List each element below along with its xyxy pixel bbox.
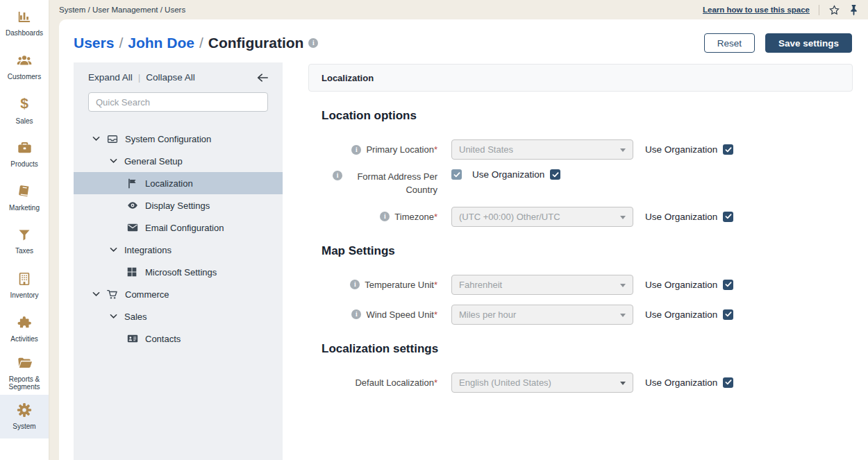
tree-item-email-configuration[interactable]: Email Configuration [74, 216, 283, 239]
chevron-down-icon[interactable] [92, 136, 102, 142]
tree-item-sales[interactable]: Sales [74, 305, 283, 327]
collapse-panel-arrow-icon[interactable] [257, 73, 268, 83]
use-organization-label: Use Organization [645, 212, 717, 222]
default-localization-select[interactable]: English (United States) [451, 373, 633, 393]
wind-speed-unit-select[interactable]: Miles per hour [451, 305, 633, 325]
use-organization-label: Use Organization [645, 280, 717, 290]
select-value: English (United States) [459, 377, 551, 388]
sidebar-item-system[interactable]: System [0, 395, 49, 438]
chevron-down-icon[interactable] [92, 291, 102, 297]
temperature-unit-select[interactable]: Fahrenheit [451, 275, 633, 295]
use-organization-checkbox[interactable] [723, 377, 733, 388]
field-label: Default Localization* [355, 377, 437, 388]
sidebar-item-marketing[interactable]: Marketing [0, 176, 49, 220]
timezone-select[interactable]: (UTC +00:00) Other/UTC [451, 207, 633, 227]
info-icon[interactable]: i [350, 280, 360, 289]
use-organization-checkbox[interactable] [723, 309, 733, 320]
funnel-icon [17, 228, 31, 245]
puzzle-icon [17, 315, 32, 333]
config-tree-panel: Expand All | Collapse All System Configu… [74, 62, 283, 460]
app-sidebar: Dashboards Customers $ Sales Products Ma… [0, 0, 49, 460]
learn-space-link[interactable]: Learn how to use this space [703, 6, 810, 14]
folder-icon [17, 355, 33, 373]
sidebar-item-dashboards[interactable]: Dashboards [0, 1, 49, 45]
quick-search-input[interactable] [88, 92, 268, 112]
tree-item-integrations[interactable]: Integrations [74, 239, 283, 261]
required-asterisk: * [434, 309, 437, 320]
building-icon [17, 271, 32, 289]
sidebar-item-customers[interactable]: Customers [0, 45, 49, 89]
expand-all-link[interactable]: Expand All [88, 72, 133, 83]
book-icon [17, 184, 32, 202]
sidebar-item-reports-segments[interactable]: Reports & Segments [0, 351, 49, 395]
title-link-john-doe[interactable]: John Doe [128, 35, 194, 51]
tree-item-general-setup[interactable]: General Setup [74, 150, 283, 172]
sidebar-item-taxes[interactable]: Taxes [0, 220, 49, 264]
use-organization-checkbox[interactable] [723, 144, 733, 155]
chevron-down-icon[interactable] [110, 314, 119, 319]
use-organization-label: Use Organization [645, 309, 717, 320]
people-icon [16, 53, 33, 71]
title-link-users[interactable]: Users [74, 35, 114, 51]
primary-location-select[interactable]: United States [451, 139, 633, 160]
sidebar-item-activities[interactable]: Activities [0, 307, 49, 351]
sidebar-item-label: System [12, 423, 35, 431]
tree-item-contacts[interactable]: Contacts [74, 327, 283, 350]
sidebar-item-products[interactable]: Products [0, 133, 49, 176]
pin-icon[interactable] [849, 4, 858, 16]
flag-icon [127, 178, 138, 189]
sidebar-item-label: Taxes [15, 247, 33, 255]
tree-item-label: Integrations [124, 245, 172, 255]
tree-item-label: Localization [145, 178, 193, 189]
form-row-format-address: i Format Address Per Country Use Organiz… [308, 169, 853, 197]
required-asterisk: * [434, 280, 437, 290]
info-icon[interactable]: i [308, 38, 318, 48]
drawer-icon [107, 134, 118, 144]
chevron-down-icon [620, 382, 626, 385]
info-icon[interactable]: i [351, 145, 361, 155]
info-icon[interactable]: i [351, 309, 361, 319]
use-organization-label: Use Organization [645, 377, 717, 388]
sidebar-item-label: Inventory [10, 291, 38, 300]
use-organization-checkbox[interactable] [723, 212, 733, 222]
form-row-timezone: i Timezone* (UTC +00:00) Other/UTC Use O… [308, 207, 853, 227]
use-organization-checkbox[interactable] [550, 169, 560, 180]
save-settings-button[interactable]: Save settings [765, 33, 852, 53]
select-value: United States [459, 144, 513, 155]
settings-form: Localization Location options i Primary … [308, 64, 853, 393]
tree-item-microsoft-settings[interactable]: Microsoft Settings [74, 261, 283, 283]
chevron-down-icon[interactable] [110, 247, 119, 253]
reset-button[interactable]: Reset [704, 33, 755, 53]
gear-icon [17, 402, 32, 420]
tree-item-label: Microsoft Settings [145, 267, 217, 278]
tree-item-system-configuration[interactable]: System Configuration [74, 128, 283, 150]
required-asterisk: * [434, 212, 437, 222]
contact-card-icon [127, 334, 138, 343]
sidebar-item-inventory[interactable]: Inventory [0, 264, 49, 307]
top-bar: System / User Management / Users Learn h… [49, 0, 868, 19]
sidebar-item-label: Sales [15, 117, 33, 126]
eye-icon [127, 201, 138, 210]
microsoft-logo-icon [127, 267, 138, 277]
tree-item-display-settings[interactable]: Display Settings [74, 194, 283, 216]
chevron-down-icon [620, 148, 626, 152]
select-value: Miles per hour [459, 309, 516, 320]
sidebar-item-sales[interactable]: $ Sales [0, 89, 49, 133]
info-icon[interactable]: i [333, 171, 342, 180]
page-header: Users / John Doe / Configuration i Reset… [59, 19, 868, 53]
use-organization-label: Use Organization [472, 169, 544, 180]
sidebar-item-label: Activities [10, 335, 37, 343]
title-separator: / [119, 35, 123, 51]
field-label: Primary Location* [366, 144, 437, 155]
sidebar-item-label: Reports & Segments [0, 375, 49, 391]
tree-item-localization[interactable]: Localization [74, 172, 283, 194]
favorite-star-icon[interactable] [828, 4, 840, 16]
chevron-down-icon[interactable] [110, 158, 119, 164]
use-organization-label: Use Organization [645, 144, 717, 155]
use-organization-checkbox[interactable] [723, 280, 733, 290]
info-icon[interactable]: i [380, 212, 390, 221]
format-address-checkbox[interactable] [451, 169, 462, 180]
envelope-icon [127, 223, 138, 232]
tree-item-commerce[interactable]: Commerce [74, 283, 283, 305]
collapse-all-link[interactable]: Collapse All [146, 72, 195, 83]
